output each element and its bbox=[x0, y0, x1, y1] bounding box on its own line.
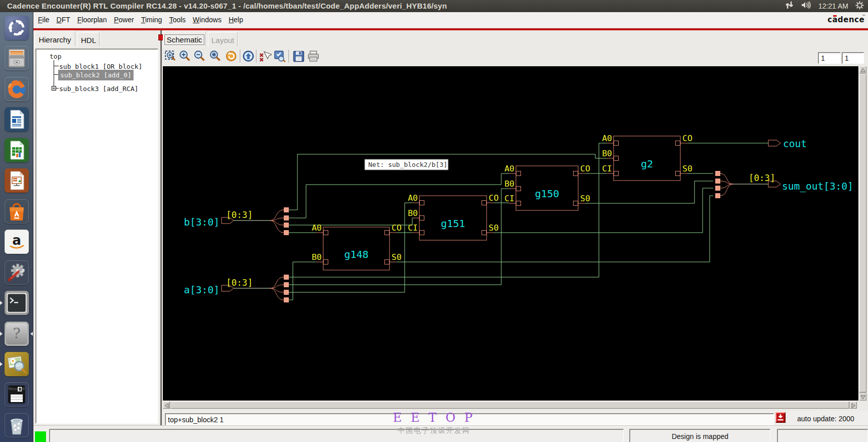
port-label-b[3:0][interactable]: b[3:0] bbox=[184, 216, 220, 228]
wire-sum2[interactable] bbox=[585, 181, 713, 203]
splitter-bit-square[interactable] bbox=[284, 215, 289, 220]
pin-g148-A0[interactable] bbox=[324, 231, 328, 235]
pin-label-g2-B0[interactable]: B0 bbox=[602, 149, 612, 158]
launcher-dash-home[interactable] bbox=[5, 16, 29, 40]
tree-node-1[interactable]: sub_block1 [OR_block] bbox=[59, 63, 142, 70]
save-icon[interactable] bbox=[292, 50, 306, 63]
pin-label-g148-B0[interactable]: B0 bbox=[312, 252, 322, 262]
port-label-cout[interactable]: cout bbox=[783, 138, 807, 150]
launcher-libreoffice-impress[interactable] bbox=[5, 168, 29, 193]
horizontal-scrollbar[interactable] bbox=[163, 402, 857, 409]
select-mode-icon[interactable] bbox=[273, 50, 287, 63]
launcher-firefox[interactable] bbox=[5, 77, 29, 101]
pin-label-g150-CO[interactable]: CO bbox=[580, 164, 590, 173]
page-field-2[interactable]: 1 bbox=[842, 52, 864, 64]
zoom-fit-icon[interactable] bbox=[164, 50, 178, 63]
menu-file[interactable]: File bbox=[34, 12, 53, 27]
menu-help[interactable]: Help bbox=[225, 12, 247, 27]
splitter-bit-square[interactable] bbox=[715, 193, 720, 198]
pin-label-g2-A0[interactable]: A0 bbox=[602, 134, 612, 143]
pin-label-g151-CI[interactable]: CI bbox=[408, 223, 418, 233]
red-download-icon[interactable] bbox=[775, 412, 786, 423]
instance-label-g150[interactable]: g150 bbox=[535, 188, 559, 200]
splitter-bit-square[interactable] bbox=[715, 179, 720, 184]
network-arrows-icon[interactable] bbox=[785, 1, 794, 11]
undo-icon[interactable] bbox=[225, 50, 238, 63]
scroll-left-icon[interactable] bbox=[163, 402, 170, 409]
pin-label-g150-B0[interactable]: B0 bbox=[504, 179, 514, 189]
menu-power[interactable]: Power bbox=[110, 12, 138, 27]
pin-g2-S0[interactable] bbox=[676, 171, 680, 176]
pin-g150-S0[interactable] bbox=[574, 201, 578, 206]
splitter-bit-square[interactable] bbox=[284, 230, 289, 235]
menu-dft[interactable]: DFT bbox=[53, 12, 74, 27]
pin-g150-CO[interactable] bbox=[574, 171, 578, 176]
pin-g148-B0[interactable] bbox=[324, 260, 328, 264]
port-symbol-cout[interactable] bbox=[768, 140, 780, 146]
pin-label-g150-A0[interactable]: A0 bbox=[504, 164, 514, 173]
pin-label-g151-A0[interactable]: A0 bbox=[408, 193, 418, 203]
pin-g151-S0[interactable] bbox=[482, 231, 487, 235]
pin-g2-A0[interactable] bbox=[614, 141, 619, 146]
vertical-scrollbar[interactable] bbox=[859, 66, 866, 401]
pin-label-g151-CO[interactable]: CO bbox=[489, 193, 499, 203]
pin-label-g2-CO[interactable]: CO bbox=[682, 134, 692, 143]
splitter-bit-square[interactable] bbox=[715, 171, 720, 176]
pin-label-g150-S0[interactable]: S0 bbox=[580, 194, 590, 203]
power-gear-icon[interactable] bbox=[855, 1, 864, 12]
splitter-bit-square[interactable] bbox=[284, 275, 289, 280]
splitter-bit-square[interactable] bbox=[284, 207, 289, 212]
instance-label-g151[interactable]: g151 bbox=[441, 217, 465, 230]
pin-g151-CO[interactable] bbox=[482, 201, 487, 205]
up-hierarchy-icon[interactable] bbox=[242, 50, 255, 63]
bus-range-label[interactable]: [0:3] bbox=[226, 210, 253, 220]
scroll-down-icon[interactable] bbox=[859, 393, 866, 401]
wire-a[0][interactable] bbox=[289, 262, 316, 300]
tree-node-3[interactable]: sub_block3 [add_RCA] bbox=[59, 85, 139, 93]
splitter-bit-square[interactable] bbox=[284, 297, 289, 302]
launcher-archive[interactable] bbox=[5, 382, 29, 407]
wire-a[1][interactable] bbox=[289, 203, 412, 292]
launcher-libreoffice-writer[interactable] bbox=[5, 107, 29, 131]
splitter-bit-square[interactable] bbox=[284, 223, 289, 228]
port-label-sum_out[3:0][interactable]: sum_out[3:0] bbox=[782, 181, 853, 192]
menu-windows[interactable]: Windows bbox=[189, 12, 225, 27]
deselect-icon[interactable] bbox=[258, 50, 272, 63]
pin-g148-S0[interactable] bbox=[385, 260, 389, 264]
launcher-software-center[interactable] bbox=[5, 199, 29, 224]
menu-timing[interactable]: Timing bbox=[138, 12, 166, 27]
zoom-out-icon[interactable] bbox=[193, 50, 206, 63]
menu-tools[interactable]: Tools bbox=[165, 12, 189, 27]
scroll-right-icon[interactable] bbox=[850, 402, 857, 409]
pin-g151-B0[interactable] bbox=[420, 216, 424, 220]
wire-a[2][interactable] bbox=[289, 189, 509, 285]
pin-g2-CI[interactable] bbox=[614, 171, 619, 176]
launcher-trash[interactable] bbox=[5, 413, 29, 437]
tab-hierarchy[interactable]: Hierarchy bbox=[34, 30, 75, 48]
bus-range-label[interactable]: [0:3] bbox=[226, 278, 253, 288]
pin-g150-B0[interactable] bbox=[516, 187, 521, 191]
pin-label-g151-S0[interactable]: S0 bbox=[489, 223, 499, 233]
pin-g150-CI[interactable] bbox=[516, 201, 521, 206]
pin-g2-CO[interactable] bbox=[676, 141, 680, 146]
port-label-a[3:0][interactable]: a[3:0] bbox=[184, 284, 220, 296]
tree-expand-icon[interactable]: + bbox=[52, 86, 56, 91]
zoom-selection-icon[interactable] bbox=[208, 50, 222, 63]
pin-g151-A0[interactable] bbox=[420, 201, 424, 205]
tab-hdl[interactable]: HDL bbox=[77, 32, 99, 48]
schematic-canvas[interactable]: g148A0B0COS0g151A0B0CICOS0g150A0B0CICOS0… bbox=[163, 66, 858, 401]
launcher-image-viewer[interactable] bbox=[5, 352, 29, 376]
tab-schematic[interactable]: Schematic bbox=[163, 30, 205, 48]
pin-g148-CO[interactable] bbox=[385, 231, 389, 235]
pin-label-g150-CI[interactable]: CI bbox=[504, 194, 514, 203]
page-field-1[interactable]: 1 bbox=[818, 52, 841, 64]
launcher-system-settings[interactable] bbox=[5, 260, 29, 285]
tree-node-root[interactable]: top bbox=[50, 53, 61, 60]
instance-label-g2[interactable]: g2 bbox=[641, 158, 653, 170]
menu-floorplan[interactable]: Floorplan bbox=[74, 12, 110, 27]
pin-label-g148-CO[interactable]: CO bbox=[392, 223, 402, 233]
instance-label-g148[interactable]: g148 bbox=[344, 248, 368, 260]
pin-label-g151-B0[interactable]: B0 bbox=[408, 208, 418, 218]
zoom-in-icon[interactable] bbox=[178, 50, 192, 63]
volume-icon[interactable] bbox=[801, 1, 811, 11]
